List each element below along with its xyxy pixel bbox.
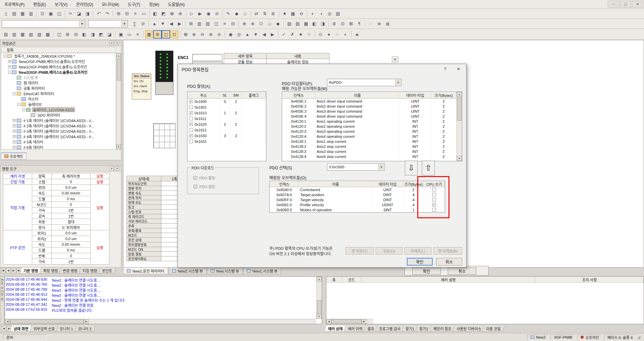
command-item-value[interactable]: 0.0 um xyxy=(52,230,91,236)
mappable-object-row[interactable]: 0x4120:2 Axis2 operating current INT 2 xyxy=(282,124,462,129)
toolbar-icon[interactable]: ≣ xyxy=(330,20,338,27)
column-header[interactable]: SM xyxy=(230,92,242,99)
toolbar-icon[interactable]: ◨ xyxy=(319,20,327,27)
tree-item[interactable]: - 접목기_240808_JSM(XGK-CPUSN) * xyxy=(1,53,116,59)
tree-item[interactable]: + # 2축 데이터 (슬레이브 1(CVD4A-KED) - #... xyxy=(1,123,116,128)
tree-item[interactable]: - EtherCAT 파라미터 xyxy=(1,91,116,96)
toolbar-icon[interactable]: ⊕ xyxy=(176,10,184,17)
toolbar-icon[interactable]: ∑ xyxy=(131,20,139,27)
toolbar-icon[interactable]: ★ xyxy=(281,10,288,17)
pdo-checkbox[interactable] xyxy=(189,105,193,109)
toolbar-icon[interactable]: ⊟ xyxy=(72,31,80,38)
pdo-allocation-row[interactable]: 0x1630 3 2 xyxy=(187,133,266,138)
close-icon[interactable]: ✕ xyxy=(453,65,464,72)
command-sheet-tab[interactable]: 포인트 xyxy=(98,268,116,274)
command-item-value[interactable]: 0 xyxy=(52,253,91,259)
bottom-tab[interactable]: 에러 이력 xyxy=(344,326,366,332)
scrollbar-thumb[interactable] xyxy=(317,300,321,314)
toolbar-icon[interactable]: ↷ xyxy=(103,10,111,17)
tree-expander-icon[interactable]: - xyxy=(13,92,16,95)
column-header[interactable]: 주소 xyxy=(187,92,220,99)
mappable-object-row[interactable]: 0x403E:2 Axis2 driver input command UINT… xyxy=(282,104,462,109)
command-sheet-tab[interactable]: 기본 명령 xyxy=(20,268,42,274)
ok-button[interactable]: 확인 xyxy=(407,258,433,266)
tree-item[interactable]: + # 1축 데이터 (슬레이브 1(CVD4A-KED) - #... xyxy=(1,118,116,123)
column-header[interactable]: 데이터 타입 xyxy=(372,181,403,187)
menu-item[interactable]: 모니터(M) xyxy=(98,0,123,8)
move-top-button[interactable]: 맨 위로(T) xyxy=(345,247,374,254)
minimize-icon[interactable]: ─ xyxy=(608,1,619,8)
toolbar-icon[interactable]: ▩ xyxy=(302,20,310,27)
mappable-object-row[interactable]: 0x4120:3 Axis3 operating current INT 2 xyxy=(282,129,462,134)
pdo-type-filter-combo[interactable]: RxPDO ▼ xyxy=(327,79,401,86)
command-item-value[interactable]: 1번 xyxy=(52,213,91,219)
tree-expander-icon[interactable]: + xyxy=(13,146,16,149)
tree-expander-icon[interactable]: + xyxy=(13,130,16,133)
toolbar-icon[interactable]: ◪ xyxy=(75,10,83,17)
toolbar-icon[interactable]: ▤ xyxy=(204,20,212,27)
scroll-down-icon[interactable]: ▼ xyxy=(317,314,322,319)
command-item-value[interactable]: 1번 xyxy=(52,259,91,265)
tab-scroll-first-icon[interactable]: |◀ xyxy=(0,268,5,273)
pdo-allocation-row[interactable]: 0x1621 xyxy=(187,127,266,133)
toolbar-icon[interactable]: ◆ xyxy=(274,20,282,27)
toolbar-icon[interactable]: ✓ xyxy=(280,31,288,38)
toolbar-icon[interactable]: ◑ xyxy=(317,10,325,17)
pdo-select-combo[interactable]: 0:0x1600 ▼ xyxy=(327,163,385,171)
scroll-up-icon[interactable]: ▲ xyxy=(457,92,462,97)
tree-item[interactable]: + # 6축 데이터 xyxy=(1,145,116,150)
tree-expander-icon[interactable]: - xyxy=(3,55,6,58)
toolbar-icon[interactable]: ▼ xyxy=(159,20,167,27)
tab-scroll-prev-icon[interactable]: ◀ xyxy=(6,268,11,273)
toolbar-icon[interactable]: ⊠ xyxy=(182,31,190,38)
toolbar-icon[interactable]: ▦ xyxy=(145,31,153,38)
error-col-header[interactable]: 축 xyxy=(326,277,342,282)
document-tab[interactable]: New2,운전 파라미터 xyxy=(123,268,168,274)
menu-item[interactable]: 도움말(H) xyxy=(164,0,189,8)
tree-expander-icon[interactable]: - xyxy=(22,108,25,111)
toolbar-icon[interactable]: ▦ xyxy=(19,31,26,38)
tree-item[interactable]: 공통 파라미터 xyxy=(1,86,116,91)
bottom-tab[interactable]: 상태 화면 xyxy=(10,326,32,332)
tree-item[interactable]: - New2(XGF-PN8B,베이스0,슬롯4)-오프라인 xyxy=(1,69,116,75)
move-bottom-button[interactable]: 맨 아래로(B) xyxy=(433,247,462,254)
slave-info-close-icon[interactable]: ✕ xyxy=(392,56,398,62)
tree-column-header[interactable]: 항목 xyxy=(1,47,116,53)
toolbar-icon[interactable]: ⊟ xyxy=(229,20,237,27)
bottom-tab[interactable]: 에러 상태 xyxy=(324,326,346,332)
toolbar-icon[interactable]: ▦ xyxy=(19,10,26,17)
toolbar-icon[interactable]: ⊡ xyxy=(39,10,46,17)
dialog-titlebar[interactable]: PDO 항목편집 xyxy=(178,64,466,74)
tree-item[interactable]: - 슬레이브 xyxy=(1,102,116,107)
toolbar-icon[interactable]: ◪ xyxy=(106,31,113,38)
toolbar-icon[interactable]: ◎ xyxy=(235,31,243,38)
tree-expander-icon[interactable]: + xyxy=(13,124,16,127)
menu-item[interactable]: 온라인(O) xyxy=(72,0,97,8)
cancel-button[interactable]: 취소 xyxy=(436,258,462,266)
toolbar-icon[interactable]: ▤ xyxy=(10,10,18,17)
tab-scroll-prev-icon[interactable]: ◀ xyxy=(1,326,6,331)
column-header[interactable]: SL xyxy=(220,92,230,99)
toolbar-icon[interactable]: ✎ xyxy=(224,10,232,17)
toolbar-icon[interactable]: ⊠ xyxy=(347,20,355,27)
column-header[interactable]: 이름 xyxy=(316,92,399,99)
tree-expander-icon[interactable]: + xyxy=(13,140,16,144)
toolbar-icon[interactable]: ↶ xyxy=(95,10,103,17)
toolbar-icon[interactable]: ◩ xyxy=(97,31,105,38)
tree-expander-icon[interactable]: + xyxy=(8,60,11,63)
toolbar-icon[interactable]: ◨ xyxy=(89,31,97,38)
scroll-right-icon[interactable]: ▶ xyxy=(84,319,89,324)
toolbar-icon[interactable]: ◇ xyxy=(266,20,273,27)
move-up-button[interactable]: 위로(U) xyxy=(376,247,402,254)
toolbar-icon[interactable]: ⊞ xyxy=(154,31,161,38)
pdo-allocation-row[interactable]: 0x1601 xyxy=(187,104,266,110)
autohide-pin-icon[interactable]: ▾ xyxy=(109,166,114,171)
pdo-allocation-row[interactable]: 0x1600 0 2 xyxy=(187,99,266,104)
toolbar-icon[interactable]: ⊘ xyxy=(213,10,221,17)
collapsed-monitor-panel-tab[interactable]: 변수 모니터 창 xyxy=(0,276,4,324)
column-header[interactable]: 인덱스 xyxy=(282,92,316,99)
execute-button[interactable]: 실행 xyxy=(91,185,109,230)
mappable-object-row[interactable]: 0x4128:1 Axis1 stop current INT 2 xyxy=(282,139,462,144)
scroll-up-icon[interactable]: ▲ xyxy=(116,53,121,58)
error-col-header[interactable]: 에러 설명 xyxy=(361,277,536,282)
